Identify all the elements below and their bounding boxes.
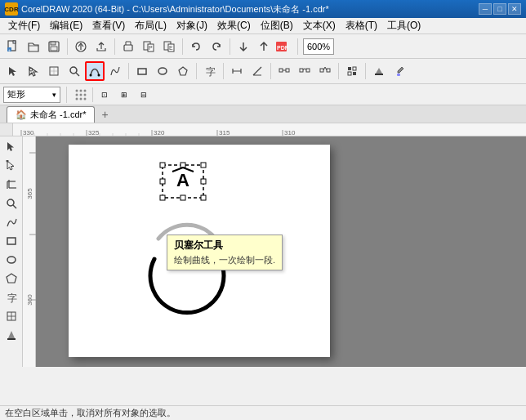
nav-up[interactable] <box>254 37 274 56</box>
svg-rect-32 <box>306 69 310 72</box>
poly-tool[interactable] <box>2 270 21 288</box>
node-edit-btn[interactable] <box>342 61 362 81</box>
svg-rect-38 <box>353 72 356 75</box>
toolbar-area: + P E <box>0 34 526 84</box>
separator-11 <box>365 63 366 79</box>
svg-point-46 <box>84 93 87 96</box>
svg-rect-36 <box>353 67 356 70</box>
connector-tool-btn[interactable] <box>274 61 294 81</box>
menu-layout[interactable]: 布局(L) <box>130 17 172 34</box>
zoom-tool-btn[interactable] <box>65 61 84 81</box>
ruler-left: 365 360 <box>23 136 36 367</box>
svg-line-74 <box>13 205 16 208</box>
menu-table[interactable]: 表格(T) <box>341 17 382 34</box>
nav-down[interactable] <box>234 37 253 56</box>
redo-button[interactable] <box>207 37 226 56</box>
pdf-button[interactable]: PDF <box>274 37 294 56</box>
snap-btn[interactable] <box>73 87 89 103</box>
menu-bitmap[interactable]: 位图(B) <box>256 17 298 34</box>
svg-text:+: + <box>8 47 11 52</box>
menu-view[interactable]: 查看(V) <box>87 17 130 34</box>
select-tool-btn[interactable] <box>3 61 23 81</box>
svg-point-49 <box>84 97 87 100</box>
freehand-tool-btn[interactable] <box>105 61 125 81</box>
separator-9 <box>270 63 271 79</box>
rect-tool[interactable] <box>2 232 21 250</box>
window-controls: ─ □ ✕ <box>479 3 521 15</box>
ellipse-tool-btn[interactable] <box>153 61 172 81</box>
svg-rect-90 <box>201 163 206 168</box>
svg-point-47 <box>76 97 78 100</box>
svg-text:A: A <box>176 170 189 190</box>
svg-text:320: 320 <box>154 129 165 136</box>
open-button[interactable] <box>24 37 43 56</box>
eyedrop-tool-btn[interactable] <box>390 61 409 81</box>
print-button[interactable] <box>118 37 138 56</box>
transform-tool-btn[interactable] <box>44 61 64 81</box>
svg-point-24 <box>98 74 100 77</box>
svg-point-42 <box>80 89 82 92</box>
svg-rect-34 <box>327 69 330 72</box>
bezier-tool-btn[interactable] <box>85 61 105 81</box>
ellipse-tool[interactable] <box>2 251 21 269</box>
menu-text[interactable]: 文本(X) <box>298 17 341 34</box>
new-button[interactable]: + <box>3 37 23 56</box>
toolbar-top: + P E <box>0 34 526 59</box>
svg-point-48 <box>80 97 82 100</box>
menu-tools[interactable]: 工具(O) <box>382 17 426 34</box>
svg-rect-75 <box>7 238 16 244</box>
separator-4 <box>230 38 230 55</box>
import-button[interactable]: P <box>139 37 158 56</box>
prop-icon3[interactable]: ⊟ <box>136 87 152 103</box>
freehand-tool[interactable] <box>2 213 21 231</box>
shape-dropdown[interactable]: 矩形 <box>3 87 60 103</box>
svg-point-73 <box>7 199 14 206</box>
menu-edit[interactable]: 编辑(E) <box>45 17 87 34</box>
status-text: 在空白区域单击，取消对所有对象的选取。 <box>5 407 176 419</box>
upload-button[interactable] <box>91 37 111 56</box>
text-tool[interactable]: 字 <box>2 288 21 306</box>
polygon-tool-btn[interactable] <box>173 61 193 81</box>
export-button[interactable]: E <box>159 37 179 56</box>
separator-8 <box>223 63 224 79</box>
menu-effects[interactable]: 效果(C) <box>212 17 256 34</box>
svg-text:字: 字 <box>206 66 216 77</box>
dimension-tool-btn[interactable] <box>227 61 247 81</box>
minimize-button[interactable]: ─ <box>479 3 492 15</box>
svg-rect-25 <box>138 69 146 74</box>
select-tool[interactable] <box>2 138 21 156</box>
toolbar-tools: 字 <box>0 59 526 83</box>
document-tab[interactable]: 🏠 未命名 -1.cdr* <box>7 106 95 123</box>
menu-object[interactable]: 对象(J) <box>172 17 212 34</box>
node-tool[interactable] <box>2 157 21 175</box>
svg-text:310: 310 <box>284 129 296 136</box>
canvas-wrapper[interactable]: A 贝塞尔工具 绘制曲线，一次绘制一段. <box>36 136 526 367</box>
connector-tool3-btn[interactable] <box>315 61 335 81</box>
add-tab-button[interactable]: + <box>96 106 113 123</box>
crop-tool[interactable] <box>2 176 21 194</box>
svg-rect-31 <box>300 69 303 72</box>
text-tool-btn[interactable]: 字 <box>200 61 220 81</box>
angle-tool-btn[interactable] <box>247 61 267 81</box>
prop-icon2[interactable]: ⊞ <box>116 87 132 103</box>
zoom-tool[interactable] <box>2 194 21 212</box>
fill-tool[interactable] <box>2 326 21 344</box>
separator-6 <box>128 63 129 79</box>
maximize-button[interactable]: □ <box>493 3 506 15</box>
rect-tool-btn[interactable] <box>132 61 152 81</box>
svg-text:365: 365 <box>26 188 33 199</box>
connector-tool2-btn[interactable] <box>295 61 314 81</box>
prop-sep <box>66 87 67 103</box>
fill-tool-btn[interactable] <box>369 61 389 81</box>
table-tool[interactable] <box>2 307 21 325</box>
svg-rect-95 <box>201 195 206 200</box>
publish-button[interactable] <box>71 37 91 56</box>
shape-tool-btn[interactable] <box>24 61 43 81</box>
save-button[interactable] <box>44 37 64 56</box>
menu-file[interactable]: 文件(F) <box>3 17 45 34</box>
svg-text:325: 325 <box>88 129 100 136</box>
undo-button[interactable] <box>186 37 206 56</box>
prop-icon1[interactable]: ⊡ <box>96 87 113 103</box>
close-button[interactable]: ✕ <box>508 3 521 15</box>
menu-bar: 文件(F) 编辑(E) 查看(V) 布局(L) 对象(J) 效果(C) 位图(B… <box>0 18 526 34</box>
